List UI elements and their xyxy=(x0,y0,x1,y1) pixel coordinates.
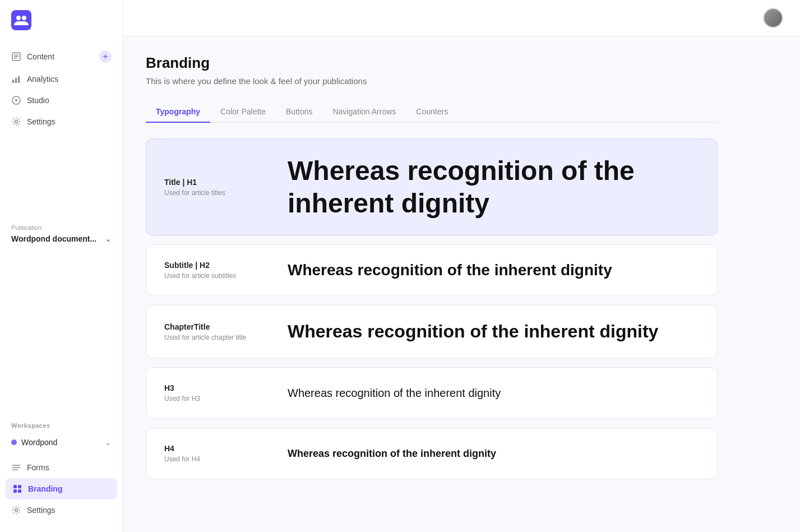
svg-point-2 xyxy=(22,16,26,20)
sidebar: Content + Analytics Studio xyxy=(0,0,123,532)
type-desc-chapter: Used for article chapter title xyxy=(164,334,288,341)
workspace-dot-icon xyxy=(11,440,17,445)
svg-point-11 xyxy=(15,99,17,101)
sidebar-item-studio[interactable]: Studio xyxy=(0,90,123,111)
type-preview-h1: Whereas recognition of the inherent dign… xyxy=(288,155,699,219)
type-name-chapter: ChapterTitle xyxy=(164,322,288,331)
app-logo-icon xyxy=(11,10,31,30)
branding-tabs: Typography Color Palette Buttons Navigat… xyxy=(146,101,718,123)
settings-top-icon xyxy=(11,117,21,127)
workspace-name: Wordpond xyxy=(21,438,57,447)
typography-card-h4: H4 Used for H4 Whereas recognition of th… xyxy=(146,428,718,479)
content-label: Content xyxy=(27,52,54,61)
logo-area xyxy=(0,0,123,40)
type-name-h1: Title | H1 xyxy=(164,178,288,187)
type-desc-h2: Used for article subtitles xyxy=(164,272,288,280)
type-label-h2: Subtitle | H2 Used for article subtitles xyxy=(164,261,288,280)
branding-label: Branding xyxy=(28,484,62,493)
sidebar-item-analytics[interactable]: Analytics xyxy=(0,68,123,90)
typography-card-chapter: ChapterTitle Used for article chapter ti… xyxy=(146,305,718,358)
typography-card-h2: Subtitle | H2 Used for article subtitles… xyxy=(146,244,718,296)
content-icon xyxy=(11,52,21,62)
svg-rect-7 xyxy=(12,80,14,83)
type-label-h3: H3 Used for H3 xyxy=(164,383,288,403)
page-title: Branding xyxy=(146,54,718,72)
svg-rect-16 xyxy=(13,485,17,488)
content-area: Branding This is where you define the lo… xyxy=(123,36,740,506)
svg-rect-8 xyxy=(15,78,17,83)
analytics-icon xyxy=(11,74,21,84)
settings-bottom-label: Settings xyxy=(27,506,56,515)
type-label-chapter: ChapterTitle Used for article chapter ti… xyxy=(164,322,288,341)
type-desc-h3: Used for H3 xyxy=(164,395,288,403)
sidebar-item-forms[interactable]: Forms xyxy=(0,457,123,478)
typography-card-h3: H3 Used for H3 Whereas recognition of th… xyxy=(146,367,718,419)
publication-name: Wordpond document... xyxy=(11,234,96,243)
workspaces-section: Workspaces Wordpond ⌄ xyxy=(0,411,123,455)
tab-typography[interactable]: Typography xyxy=(146,101,210,123)
avatar-image xyxy=(764,9,782,27)
tab-color-palette[interactable]: Color Palette xyxy=(210,101,276,123)
workspaces-label: Workspaces xyxy=(11,422,112,429)
settings-bottom-icon xyxy=(11,505,21,515)
tab-counters[interactable]: Counters xyxy=(406,101,458,123)
user-avatar[interactable] xyxy=(763,8,783,28)
type-preview-h3: Whereas recognition of the inherent dign… xyxy=(288,387,699,400)
svg-point-12 xyxy=(15,121,18,123)
content-add-button[interactable]: + xyxy=(99,50,112,63)
svg-rect-19 xyxy=(18,489,21,493)
publication-label: Publication: xyxy=(11,224,112,231)
type-label-h4: H4 Used for H4 xyxy=(164,444,288,463)
sidebar-item-branding[interactable]: Branding xyxy=(6,478,117,499)
type-preview-h2: Whereas recognition of the inherent dign… xyxy=(288,261,699,279)
sidebar-item-settings[interactable]: Settings xyxy=(0,111,123,132)
forms-icon xyxy=(11,462,21,473)
type-preview-h4: Whereas recognition of the inherent dign… xyxy=(288,448,699,460)
page-subtitle: This is where you define the look & feel… xyxy=(146,76,718,86)
workspace-item-wordpond[interactable]: Wordpond ⌄ xyxy=(11,434,112,450)
top-bar xyxy=(123,0,800,36)
svg-rect-17 xyxy=(18,485,21,488)
analytics-label: Analytics xyxy=(27,75,58,84)
sidebar-item-content[interactable]: Content + xyxy=(0,45,123,68)
tab-navigation-arrows[interactable]: Navigation Arrows xyxy=(323,101,406,123)
svg-rect-18 xyxy=(13,489,17,493)
main-content: Branding This is where you define the lo… xyxy=(123,0,800,532)
type-name-h4: H4 xyxy=(164,444,288,453)
studio-icon xyxy=(11,95,21,105)
svg-point-20 xyxy=(15,509,18,512)
branding-icon xyxy=(12,484,22,494)
settings-top-label: Settings xyxy=(27,117,56,126)
publication-section: Publication: Wordpond document... ⌄ xyxy=(0,215,123,246)
sidebar-nav: Content + Analytics Studio xyxy=(0,40,123,215)
chevron-down-icon: ⌄ xyxy=(105,234,112,243)
sidebar-bottom: Forms Branding Settings xyxy=(0,455,123,532)
type-name-h2: Subtitle | H2 xyxy=(164,261,288,270)
studio-label: Studio xyxy=(27,96,49,105)
type-label-h1: Title | H1 Used for article titles xyxy=(164,178,288,197)
type-desc-h4: Used for H4 xyxy=(164,455,288,463)
svg-rect-0 xyxy=(11,10,31,30)
typography-cards-container: Title | H1 Used for article titles Where… xyxy=(146,138,718,479)
svg-rect-9 xyxy=(18,76,20,83)
publication-selector[interactable]: Wordpond document... ⌄ xyxy=(11,234,112,243)
forms-label: Forms xyxy=(27,463,49,472)
workspace-chevron-icon: ⌄ xyxy=(105,438,112,447)
type-desc-h1: Used for article titles xyxy=(164,189,288,197)
type-name-h3: H3 xyxy=(164,383,288,392)
svg-point-1 xyxy=(16,16,21,20)
typography-card-h1: Title | H1 Used for article titles Where… xyxy=(146,138,718,235)
type-preview-chapter: Whereas recognition of the inherent dign… xyxy=(288,321,699,342)
tab-buttons[interactable]: Buttons xyxy=(276,101,322,123)
sidebar-item-settings-bottom[interactable]: Settings xyxy=(0,499,123,521)
